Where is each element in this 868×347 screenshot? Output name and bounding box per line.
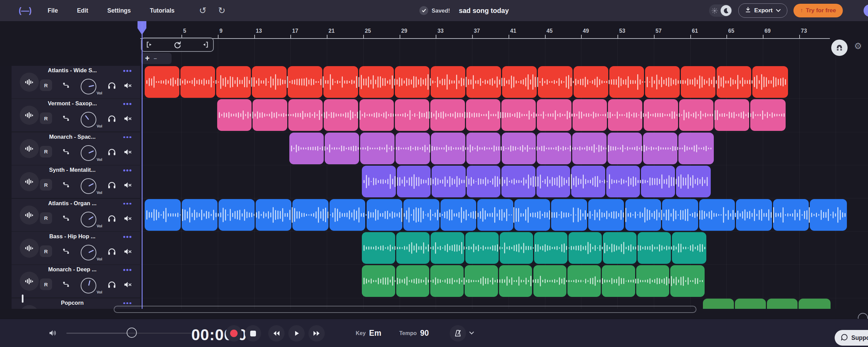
audio-clip[interactable]: [288, 66, 322, 98]
track-name[interactable]: Monarch - Spac...: [36, 134, 109, 140]
audio-clip[interactable]: [799, 299, 831, 309]
volume-knob[interactable]: [81, 178, 96, 194]
volume-knob[interactable]: [81, 145, 96, 161]
audio-clip[interactable]: [395, 99, 429, 131]
track-menu-button[interactable]: [123, 103, 131, 105]
horizontal-scrollbar[interactable]: [114, 306, 696, 313]
metronome-button[interactable]: [450, 325, 466, 342]
audio-clip[interactable]: [537, 99, 571, 131]
volume-knob[interactable]: [81, 245, 96, 260]
audio-clip[interactable]: [681, 66, 716, 98]
loop-icon[interactable]: [173, 41, 182, 49]
volume-knob[interactable]: [81, 212, 96, 227]
audio-clip[interactable]: [643, 133, 677, 164]
audio-clip[interactable]: [714, 99, 749, 131]
menu-item-settings[interactable]: Settings: [107, 7, 131, 14]
audio-clip[interactable]: [662, 199, 698, 231]
audio-clip[interactable]: [253, 99, 287, 131]
play-button[interactable]: [288, 325, 305, 342]
audio-clip[interactable]: [431, 232, 464, 264]
undo-icon[interactable]: ↺: [199, 6, 207, 15]
mute-button[interactable]: [124, 181, 132, 190]
audio-clip[interactable]: [588, 199, 624, 231]
audio-clip[interactable]: [219, 199, 255, 231]
audio-clip[interactable]: [638, 232, 671, 264]
audio-clip[interactable]: [359, 99, 394, 131]
automation-button[interactable]: [62, 248, 70, 256]
tempo-group[interactable]: Tempo 90: [399, 319, 429, 347]
audio-clip[interactable]: [499, 265, 532, 297]
forward-button[interactable]: [308, 325, 325, 342]
song-title[interactable]: sad song today: [459, 7, 509, 15]
solo-monitor-button[interactable]: [107, 214, 116, 224]
track-name[interactable]: Vermont - Saxop...: [36, 100, 109, 107]
volume-knob[interactable]: [81, 112, 96, 127]
audio-clip[interactable]: [145, 199, 181, 231]
track-name[interactable]: Synth - Mentalit...: [36, 167, 109, 173]
audio-clip[interactable]: [502, 133, 536, 164]
collapse-button[interactable]: –: [154, 56, 157, 61]
track-menu-button[interactable]: [123, 269, 131, 271]
audio-clip[interactable]: [602, 265, 635, 297]
audio-clip[interactable]: [501, 99, 536, 131]
audio-clip[interactable]: [289, 133, 324, 164]
timeline-ruler[interactable]: 5913172125293337414549535761656973: [0, 21, 868, 39]
audio-clip[interactable]: [396, 133, 430, 164]
audio-clip[interactable]: [256, 199, 292, 231]
audio-clip[interactable]: [430, 99, 465, 131]
try-for-free-button[interactable]: ↑ Try for free: [793, 4, 843, 17]
solo-monitor-button[interactable]: [107, 115, 116, 124]
loop-start-icon[interactable]: [146, 41, 153, 48]
record-button[interactable]: [226, 325, 242, 342]
audio-clip[interactable]: [572, 133, 607, 164]
automation-button[interactable]: [62, 181, 70, 190]
volume-knob[interactable]: [81, 278, 96, 293]
track-menu-button[interactable]: [123, 70, 131, 72]
audio-clip[interactable]: [625, 199, 661, 231]
audio-clip[interactable]: [644, 99, 678, 131]
solo-monitor-button[interactable]: [107, 81, 116, 91]
mute-button[interactable]: [124, 148, 132, 157]
audio-clip[interactable]: [773, 199, 809, 231]
chevron-down-icon[interactable]: [469, 330, 474, 336]
key-group[interactable]: Key Em: [356, 319, 381, 347]
audio-clip[interactable]: [216, 66, 251, 98]
audio-clip[interactable]: [606, 166, 640, 197]
audio-clip[interactable]: [537, 133, 571, 164]
menu-item-tutorials[interactable]: Tutorials: [150, 7, 175, 14]
redo-icon[interactable]: ↻: [218, 6, 226, 15]
audio-clip[interactable]: [608, 133, 642, 164]
speaker-icon[interactable]: [49, 329, 58, 338]
audio-clip[interactable]: [672, 232, 706, 264]
audio-clip[interactable]: [432, 166, 466, 197]
support-button[interactable]: Support: [835, 330, 868, 346]
export-button[interactable]: Export: [738, 3, 787, 18]
audio-clip[interactable]: [750, 99, 786, 131]
audio-clip[interactable]: [323, 66, 358, 98]
stop-button[interactable]: [245, 325, 261, 342]
audio-clip[interactable]: [502, 66, 537, 98]
automation-button[interactable]: [62, 215, 70, 223]
audio-clip[interactable]: [466, 66, 501, 98]
automation-button[interactable]: [62, 281, 70, 289]
audio-clip[interactable]: [645, 66, 680, 98]
audio-clip[interactable]: [465, 232, 499, 264]
audio-clip[interactable]: [571, 166, 605, 197]
solo-monitor-button[interactable]: [107, 281, 116, 290]
audio-clip[interactable]: [403, 199, 439, 231]
audio-clip[interactable]: [367, 199, 403, 231]
record-arm-button[interactable]: R: [40, 245, 52, 257]
record-arm-button[interactable]: R: [40, 79, 52, 91]
mute-button[interactable]: [124, 115, 132, 124]
audio-clip[interactable]: [465, 265, 498, 297]
loop-end-icon[interactable]: [202, 41, 209, 48]
audio-clip[interactable]: [500, 232, 533, 264]
audio-clip[interactable]: [678, 133, 714, 164]
audio-clip[interactable]: [767, 299, 798, 309]
audio-clip[interactable]: [810, 199, 847, 231]
audio-clip[interactable]: [752, 66, 788, 98]
record-arm-button[interactable]: R: [40, 179, 52, 191]
track-name[interactable]: Atlantis - Organ ...: [36, 200, 109, 207]
audio-clip[interactable]: [430, 265, 464, 297]
audio-clip[interactable]: [329, 199, 366, 231]
